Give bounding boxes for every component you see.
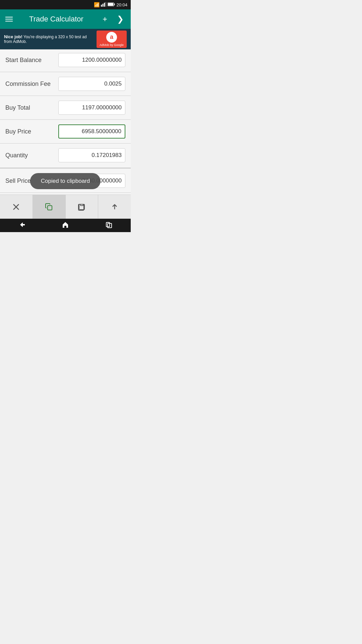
form-row: Start Balance [0, 50, 131, 70]
nav-bar [0, 219, 131, 232]
svg-rect-5 [114, 4, 115, 5]
form-row: Quantity [0, 145, 131, 166]
toast-message: Copied to clipboard [30, 173, 101, 189]
ad-text: Nice job! You're displaying a 320 x 50 t… [4, 34, 93, 44]
svg-rect-2 [104, 3, 105, 7]
bottom-toolbar [0, 195, 131, 219]
recents-nav-icon[interactable] [105, 221, 113, 230]
admob-text: AdMob by Google [100, 43, 124, 47]
form-input[interactable] [58, 148, 125, 162]
fields-group-1: Start BalanceCommission FeeBuy TotalBuy … [0, 50, 131, 166]
row-divider [0, 72, 131, 72]
share-button[interactable] [98, 195, 131, 219]
battery-icon [108, 2, 115, 7]
ad-bold: Nice job! [4, 34, 22, 39]
wifi-icon: 📶 [94, 2, 100, 7]
form-input[interactable] [58, 53, 125, 67]
form-row: Commission Fee [0, 73, 131, 94]
form-label: Buy Total [5, 104, 58, 111]
paste-button[interactable] [66, 195, 99, 219]
svg-rect-6 [108, 3, 113, 6]
back-nav-icon[interactable] [18, 221, 25, 230]
row-divider [0, 143, 131, 144]
signal-icon [101, 2, 106, 8]
admob-icon: a [106, 32, 117, 43]
admob-logo: a AdMob by Google [97, 31, 127, 48]
form-row: Buy Price [0, 121, 131, 142]
section-divider [0, 168, 131, 168]
svg-rect-3 [106, 2, 107, 7]
app-title: Trade Calculator [13, 15, 100, 23]
home-nav-icon[interactable] [62, 221, 69, 230]
menu-button[interactable] [5, 17, 13, 21]
row-divider [0, 119, 131, 120]
svg-rect-9 [48, 206, 52, 210]
svg-rect-0 [101, 5, 102, 7]
form-row: Buy Total [0, 97, 131, 118]
status-time: 20:04 [116, 2, 127, 7]
svg-rect-1 [103, 4, 104, 7]
copy-button[interactable] [33, 195, 66, 219]
form-label: Quantity [5, 152, 58, 159]
clear-button[interactable] [0, 195, 33, 219]
status-bar: 📶 20:04 [0, 0, 131, 9]
form-label: Start Balance [5, 57, 58, 64]
form-label: Commission Fee [5, 80, 58, 88]
form-input[interactable] [58, 101, 125, 115]
row-divider [0, 96, 131, 96]
next-button[interactable]: ❯ [115, 14, 125, 24]
add-button[interactable]: + [100, 14, 110, 24]
form-input[interactable] [58, 124, 125, 139]
row-divider [0, 193, 131, 193]
ad-banner: Nice job! You're displaying a 320 x 50 t… [0, 29, 131, 50]
form-input[interactable] [58, 77, 125, 91]
status-icons: 📶 20:04 [94, 2, 127, 8]
form-label: Buy Price [5, 128, 58, 135]
app-bar: Trade Calculator + ❯ [0, 9, 131, 29]
